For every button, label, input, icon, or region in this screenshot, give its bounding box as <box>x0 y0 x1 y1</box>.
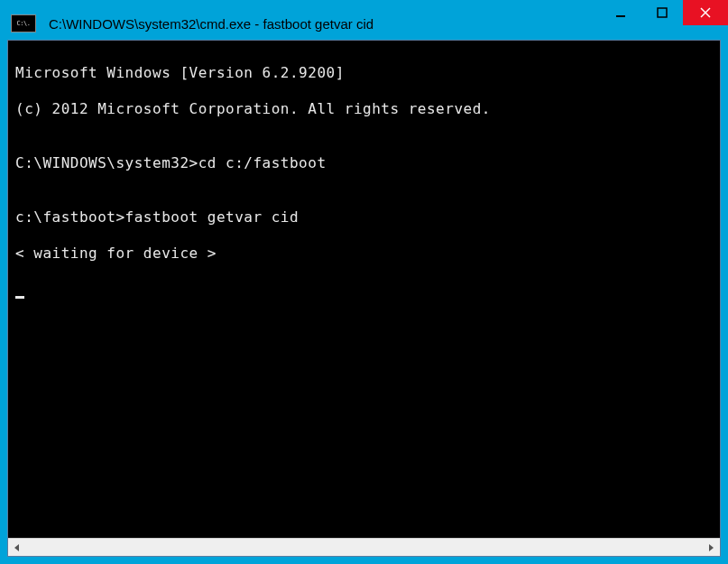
titlebar[interactable]: C:\. C:\WINDOWS\system32\cmd.exe - fastb… <box>7 7 721 40</box>
svg-rect-1 <box>658 8 667 17</box>
close-icon <box>700 7 711 18</box>
scroll-track[interactable] <box>26 539 702 556</box>
minimize-icon <box>615 7 626 18</box>
terminal-container: Microsoft Windows [Version 6.2.9200] (c)… <box>7 40 721 557</box>
terminal-line: C:\WINDOWS\system32>cd c:/fastboot <box>15 154 713 172</box>
cmd-window: C:\. C:\WINDOWS\system32\cmd.exe - fastb… <box>0 0 728 564</box>
terminal-output[interactable]: Microsoft Windows [Version 6.2.9200] (c)… <box>8 41 720 538</box>
maximize-icon <box>657 7 668 18</box>
horizontal-scrollbar[interactable] <box>8 538 720 556</box>
terminal-line: Microsoft Windows [Version 6.2.9200] <box>15 64 713 82</box>
scroll-right-icon[interactable] <box>702 539 720 557</box>
svg-rect-0 <box>616 15 625 17</box>
terminal-line: < waiting for device > <box>15 245 713 263</box>
close-button[interactable] <box>683 0 728 25</box>
cmd-icon: C:\. <box>11 14 36 32</box>
minimize-button[interactable] <box>600 0 641 25</box>
svg-marker-5 <box>709 544 714 551</box>
window-controls <box>600 0 728 27</box>
cmd-icon-label: C:\. <box>17 20 31 27</box>
svg-marker-4 <box>14 544 19 551</box>
scroll-left-icon[interactable] <box>8 539 26 557</box>
terminal-line: c:\fastboot>fastboot getvar cid <box>15 208 713 227</box>
terminal-cursor <box>15 296 24 299</box>
terminal-line: (c) 2012 Microsoft Corporation. All righ… <box>15 100 713 118</box>
maximize-button[interactable] <box>641 0 683 25</box>
